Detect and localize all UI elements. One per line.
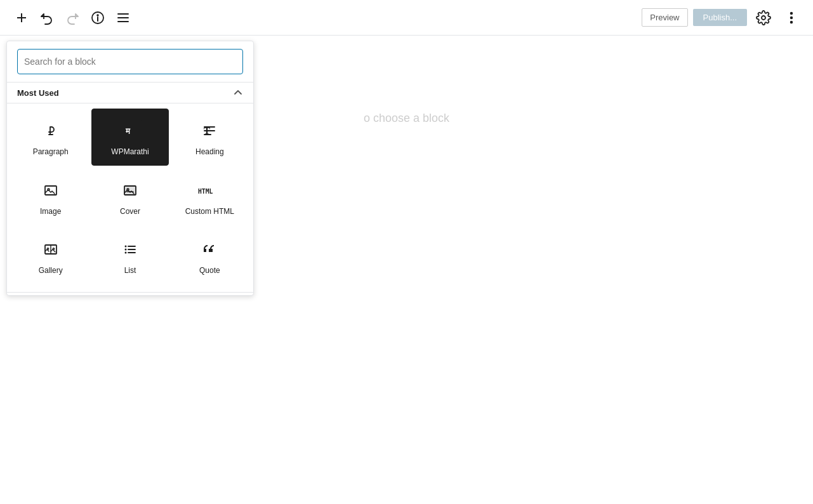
svg-point-8: [762, 16, 765, 20]
block-item-quote[interactable]: Quote: [171, 227, 248, 284]
preview-button[interactable]: Preview: [642, 8, 687, 27]
cover-label: Cover: [120, 207, 140, 217]
block-grid: Paragraph म WPMarathi: [7, 103, 253, 289]
paragraph-label: Paragraph: [33, 147, 69, 157]
quote-label: Quote: [199, 266, 220, 276]
menu-button[interactable]: [112, 6, 135, 29]
undo-icon: [39, 10, 55, 25]
plus-icon: [14, 10, 29, 25]
more-options-button[interactable]: [780, 6, 803, 29]
wpmarathi-icon: म: [119, 119, 142, 142]
search-input[interactable]: [24, 56, 236, 67]
block-item-custom-html[interactable]: HTML Custom HTML: [171, 168, 248, 225]
image-icon: [39, 179, 62, 202]
toolbar-right: Preview Publish...: [642, 6, 803, 29]
search-input-wrapper: [17, 49, 243, 74]
settings-button[interactable]: [752, 6, 775, 29]
svg-point-9: [791, 12, 793, 14]
redo-icon: [65, 10, 80, 25]
gallery-label: Gallery: [39, 266, 63, 276]
cover-icon: [119, 179, 142, 202]
chevron-up-icon: [233, 88, 243, 98]
svg-point-11: [791, 21, 793, 23]
list-label: List: [124, 266, 136, 276]
html-icon: HTML: [198, 179, 221, 202]
quote-icon: [198, 238, 221, 261]
heading-label: Heading: [195, 147, 224, 157]
publish-button[interactable]: Publish...: [693, 9, 747, 26]
info-button[interactable]: [86, 6, 109, 29]
svg-rect-19: [124, 186, 136, 195]
section-title: Most Used: [17, 88, 59, 98]
svg-point-4: [97, 15, 98, 16]
panel-divider: [7, 292, 253, 293]
ellipsis-icon: [784, 10, 799, 25]
block-item-paragraph[interactable]: Paragraph: [12, 109, 89, 166]
section-header: Most Used: [7, 82, 253, 103]
paragraph-icon: [39, 119, 62, 142]
block-item-gallery[interactable]: Gallery: [12, 227, 89, 284]
toolbar-left: [10, 6, 135, 29]
block-item-heading[interactable]: T Heading: [171, 109, 248, 166]
toolbar: Preview Publish...: [0, 0, 813, 36]
add-block-button[interactable]: [10, 6, 33, 29]
block-item-cover[interactable]: Cover: [91, 168, 168, 225]
collapse-button[interactable]: [233, 88, 243, 98]
undo-button[interactable]: [36, 6, 58, 29]
main-area: Most Used Paragraph: [0, 36, 813, 504]
image-label: Image: [40, 207, 61, 217]
wpmarathi-label: WPMarathi: [111, 147, 149, 157]
gear-icon: [756, 10, 771, 25]
block-item-wpmarathi[interactable]: म WPMarathi: [91, 109, 168, 166]
svg-text:HTML: HTML: [198, 187, 213, 194]
gallery-icon: [39, 238, 62, 261]
menu-icon: [116, 10, 131, 25]
svg-point-26: [124, 246, 126, 248]
block-inserter-panel: Most Used Paragraph: [6, 41, 254, 296]
heading-icon: T: [198, 119, 221, 142]
info-icon: [90, 10, 105, 25]
svg-text:म: म: [125, 126, 131, 136]
svg-text:T: T: [204, 126, 210, 136]
list-icon: [119, 238, 142, 261]
svg-point-10: [791, 17, 793, 18]
custom-html-label: Custom HTML: [185, 207, 234, 217]
svg-point-28: [124, 249, 126, 251]
svg-point-30: [124, 252, 126, 254]
block-item-image[interactable]: Image: [12, 168, 89, 225]
choose-block-hint: o choose a block: [364, 112, 449, 125]
search-area: [7, 41, 253, 82]
redo-button[interactable]: [61, 6, 84, 29]
block-item-list[interactable]: List: [91, 227, 168, 284]
